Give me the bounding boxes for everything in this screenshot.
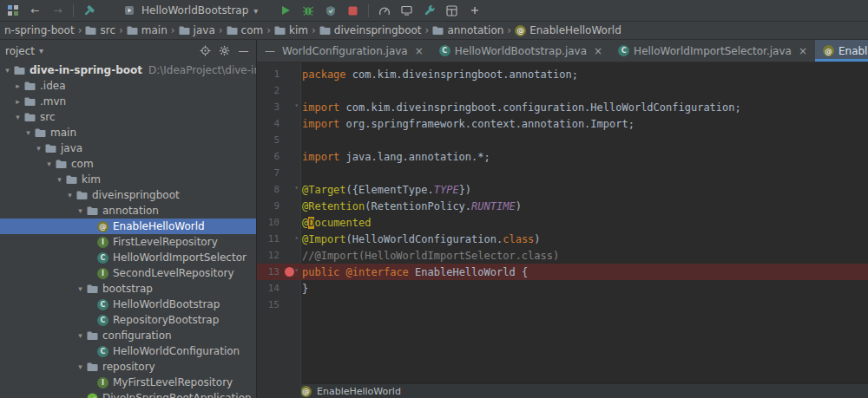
stop-button[interactable] [345, 3, 360, 18]
breakpoint-icon[interactable] [285, 267, 294, 277]
gutter-icon-zone[interactable]: ▾ [279, 99, 300, 115]
settings-wrench-button[interactable] [422, 3, 437, 18]
tree-item[interactable]: ▾diveinspringboot [0, 187, 256, 203]
expand-arrow-icon[interactable]: ▾ [3, 66, 12, 75]
locate-file-button[interactable] [198, 43, 213, 58]
gutter-icon-zone[interactable] [279, 132, 300, 148]
line-number[interactable]: 6 [257, 151, 279, 162]
tree-item[interactable]: ▾src [0, 109, 256, 125]
expand-arrow-icon[interactable]: ▾ [34, 144, 43, 153]
profiler-button[interactable] [377, 3, 391, 18]
gutter-icon-zone[interactable] [279, 214, 300, 231]
expand-arrow-icon[interactable]: ▾ [76, 206, 85, 215]
line-number[interactable]: 15 [257, 299, 279, 310]
expand-arrow-icon[interactable]: ▾ [13, 113, 23, 121]
breadcrumb-item[interactable]: main [124, 24, 170, 36]
tree-item[interactable]: CHelloWorldBootstrap [0, 297, 256, 312]
tree-item[interactable]: ▸.mvn [0, 94, 256, 109]
build-project-button[interactable] [82, 3, 96, 18]
fold-icon[interactable]: ▾ [294, 101, 299, 109]
breadcrumb-item[interactable]: @EnableHelloWorld [512, 24, 624, 36]
hide-panel-button[interactable]: — [236, 43, 251, 58]
line-number[interactable]: 14 [257, 283, 279, 294]
tree-item[interactable]: CHelloWorldConfiguration [0, 343, 256, 359]
tree-item[interactable]: ▾dive-in-spring-bootD:\IdeaProject\dive-… [0, 62, 256, 78]
expand-arrow-icon[interactable]: ▾ [44, 160, 54, 168]
tree-item[interactable]: ▸.idea [0, 78, 256, 94]
tree-item[interactable]: ▾annotation [0, 203, 256, 219]
line-number[interactable]: 4 [257, 118, 279, 129]
tree-item[interactable]: @EnableHelloWorld [0, 219, 256, 234]
breadcrumb-item[interactable]: kim [272, 24, 311, 36]
tree-item[interactable]: ▾java [0, 140, 256, 156]
breadcrumb-item[interactable]: diveinspringboot [317, 24, 424, 36]
gutter-icon-zone[interactable]: ▾ [279, 181, 300, 198]
tree-item[interactable]: CRepositoryBootstrap [0, 312, 256, 328]
fold-icon[interactable]: ▾ [294, 266, 299, 274]
line-number[interactable]: 8 [257, 184, 279, 195]
line-number[interactable]: 5 [257, 134, 279, 146]
code-area[interactable]: 1package com.kim.diveinspringboot.annota… [257, 62, 868, 383]
tree-item[interactable]: DiveInSpringBootApplication [0, 390, 256, 398]
breadcrumb-item[interactable]: com [224, 24, 266, 36]
tab-close-icon[interactable]: × [799, 45, 807, 57]
expand-arrow-icon[interactable]: ▾ [76, 284, 85, 293]
gutter-icon-zone[interactable] [279, 247, 300, 264]
monitor-button[interactable] [399, 3, 414, 18]
line-number[interactable]: 13 [257, 266, 279, 277]
add-configuration-button[interactable] [467, 3, 482, 18]
chevron-down-icon[interactable]: ▾ [39, 46, 43, 55]
tree-item[interactable]: IFirstLevelRepository [0, 234, 256, 250]
gutter-icon-zone[interactable] [279, 280, 300, 297]
line-number[interactable]: 11 [257, 233, 279, 245]
editor-tab[interactable]: —WorldConfiguration.java× [257, 40, 431, 62]
tree-item[interactable]: CHelloWorldImportSelector [0, 250, 256, 265]
tab-close-icon[interactable]: × [594, 45, 602, 57]
gutter-icon-zone[interactable] [279, 198, 300, 214]
back-button[interactable]: ← [28, 3, 43, 18]
line-number[interactable]: 3 [257, 101, 279, 113]
ide-blocks-icon[interactable] [5, 3, 20, 18]
tree-item[interactable]: ▾bootstrap [0, 281, 256, 297]
expand-arrow-icon[interactable]: ▾ [76, 362, 85, 371]
tree-item[interactable]: ISecondLevelRepository [0, 265, 256, 281]
expand-arrow-icon[interactable]: ▾ [23, 128, 33, 137]
line-number[interactable]: 7 [257, 167, 279, 179]
layout-button[interactable] [444, 3, 459, 18]
run-configuration-select[interactable]: HelloWorldBootstrap▾ [118, 2, 261, 20]
line-number[interactable]: 1 [257, 69, 279, 80]
fold-icon[interactable]: ▴ [294, 233, 299, 241]
editor-tab[interactable]: CHelloWorldBootstrap.java× [431, 40, 610, 62]
panel-settings-button[interactable] [217, 43, 232, 58]
gutter-icon-zone[interactable]: ▴ [279, 231, 300, 247]
editor-tab[interactable]: @EnableHelloWorld.java× [815, 40, 868, 62]
breadcrumb-item[interactable]: n-spring-boot [2, 24, 77, 36]
tree-item[interactable]: IMyFirstLevelRepository [0, 375, 256, 390]
gutter-icon-zone[interactable] [279, 66, 300, 82]
tree-item[interactable]: ▾configuration [0, 328, 256, 343]
expand-arrow-icon[interactable]: ▾ [65, 191, 75, 199]
expand-arrow-icon[interactable]: ▾ [55, 175, 64, 184]
gutter-icon-zone[interactable] [279, 148, 300, 165]
tab-close-icon[interactable]: × [415, 45, 424, 57]
tree-item[interactable]: ▾repository [0, 359, 256, 375]
expand-arrow-icon[interactable]: ▸ [13, 82, 23, 90]
line-number[interactable]: 2 [257, 85, 279, 96]
gutter-icon-zone[interactable] [279, 165, 300, 181]
expand-arrow-icon[interactable]: ▾ [76, 331, 85, 340]
gutter-icon-zone[interactable] [279, 82, 300, 99]
line-number[interactable]: 10 [257, 217, 279, 228]
forward-button[interactable]: → [50, 3, 65, 18]
project-panel-title[interactable]: roject [5, 45, 35, 57]
fold-icon[interactable]: ▾ [294, 184, 299, 192]
breadcrumb-item[interactable]: src [82, 24, 118, 36]
run-button[interactable] [278, 3, 293, 18]
line-number[interactable]: 9 [257, 200, 279, 212]
breadcrumb-item[interactable]: java [176, 24, 218, 36]
line-number[interactable]: 12 [257, 250, 279, 261]
gutter-icon-zone[interactable]: ▾ [279, 264, 300, 280]
tree-item[interactable]: ▾com [0, 156, 256, 172]
editor-tab[interactable]: CHelloWorldImportSelector.java× [610, 40, 815, 62]
debug-button[interactable] [300, 3, 315, 18]
coverage-button[interactable] [323, 3, 338, 18]
